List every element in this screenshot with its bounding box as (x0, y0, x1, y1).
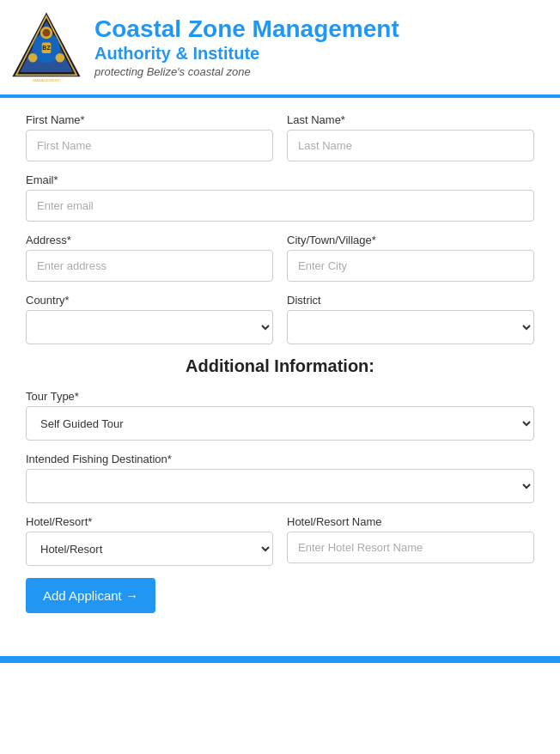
last-name-label: Last Name* (287, 113, 534, 126)
name-row: First Name* Last Name* (26, 113, 534, 161)
district-group: District Belize District Cayo Corozal Or… (287, 294, 534, 344)
svg-point-5 (43, 29, 51, 37)
header-title-line2: Authority & Institute (94, 43, 399, 64)
hotel-resort-row: Hotel/Resort* Hotel/Resort Airbnb Hostel… (26, 515, 534, 566)
tour-type-label: Tour Type* (26, 390, 534, 403)
first-name-label: First Name* (26, 113, 273, 126)
tour-type-row: Tour Type* Self Guided Tour Guided Tour … (26, 390, 534, 441)
header-title-line1: Coastal Zone Management (94, 16, 399, 43)
hotel-resort-name-input[interactable] (287, 532, 534, 563)
fishing-destination-row: Intended Fishing Destination* Ambergris … (26, 453, 534, 503)
first-name-group: First Name* (26, 113, 273, 161)
district-label: District (287, 294, 534, 307)
email-group: Email* (26, 173, 534, 222)
svg-text:MANAGEMENT: MANAGEMENT (33, 78, 60, 82)
address-input[interactable] (26, 250, 273, 282)
header-text: Coastal Zone Management Authority & Inst… (94, 16, 399, 78)
hotel-resort-label: Hotel/Resort* (26, 515, 273, 528)
header-tagline: protecting Belize's coastal zone (94, 65, 399, 78)
additional-info-title: Additional Information: (26, 356, 534, 376)
city-group: City/Town/Village* (287, 234, 534, 282)
country-select[interactable]: Belize United States Canada United Kingd… (26, 310, 273, 344)
add-applicant-button[interactable]: Add Applicant → (26, 578, 155, 613)
form-container: First Name* Last Name* Email* Address* C… (0, 98, 560, 630)
address-label: Address* (26, 234, 273, 246)
svg-point-6 (28, 53, 38, 63)
email-input[interactable] (26, 190, 534, 222)
email-row: Email* (26, 173, 534, 222)
hotel-resort-name-group: Hotel/Resort Name (287, 515, 534, 566)
hotel-resort-name-label: Hotel/Resort Name (287, 515, 534, 528)
last-name-group: Last Name* (287, 113, 534, 161)
logo-container: BZ MANAGEMENT (9, 9, 86, 86)
email-label: Email* (26, 173, 534, 186)
add-applicant-label: Add Applicant → (43, 588, 138, 603)
tour-type-group: Tour Type* Self Guided Tour Guided Tour … (26, 390, 534, 441)
tour-type-select[interactable]: Self Guided Tour Guided Tour Group Tour (26, 406, 534, 441)
country-group: Country* Belize United States Canada Uni… (26, 294, 273, 344)
hotel-resort-select[interactable]: Hotel/Resort Airbnb Hostel Other (26, 532, 273, 566)
last-name-input[interactable] (287, 130, 534, 161)
fishing-destination-group: Intended Fishing Destination* Ambergris … (26, 453, 534, 503)
fishing-destination-label: Intended Fishing Destination* (26, 453, 534, 465)
svg-text:BZ: BZ (42, 45, 51, 51)
svg-point-7 (56, 53, 65, 63)
district-select[interactable]: Belize District Cayo Corozal Orange Walk… (287, 310, 534, 344)
city-label: City/Town/Village* (287, 234, 534, 246)
header: BZ MANAGEMENT Coastal Zone Management Au… (0, 0, 560, 98)
fishing-destination-select[interactable]: Ambergris Caye Caye Caulker Placencia Co… (26, 469, 534, 503)
address-row: Address* City/Town/Village* (26, 234, 534, 282)
address-group: Address* (26, 234, 273, 282)
city-input[interactable] (287, 250, 534, 282)
bottom-blue-bar (0, 656, 560, 663)
country-label: Country* (26, 294, 273, 307)
hotel-resort-group: Hotel/Resort* Hotel/Resort Airbnb Hostel… (26, 515, 273, 566)
first-name-input[interactable] (26, 130, 273, 161)
country-district-row: Country* Belize United States Canada Uni… (26, 294, 534, 344)
